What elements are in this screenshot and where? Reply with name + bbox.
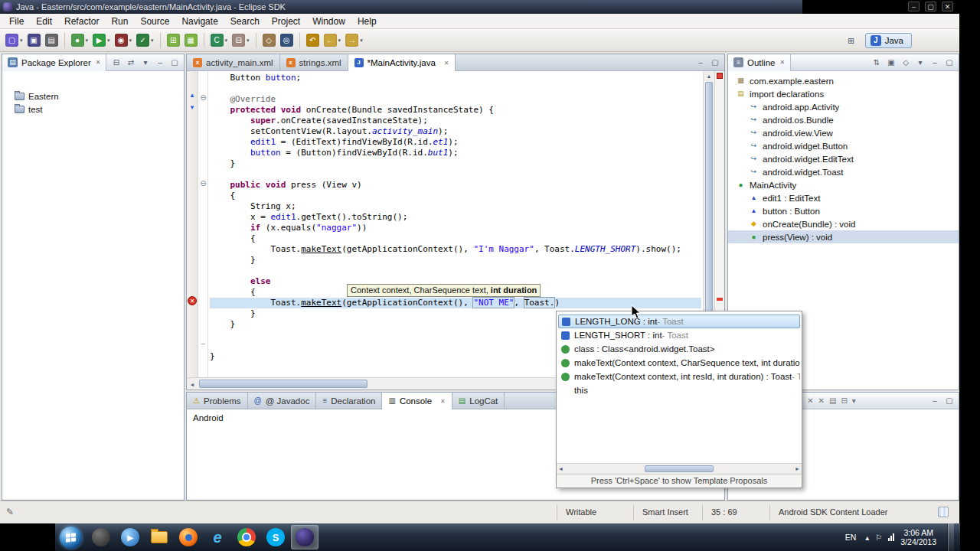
outline-item[interactable]: ●MainActivity xyxy=(728,178,959,191)
code-line[interactable]: Button button; xyxy=(210,73,701,83)
close-icon[interactable]: ✕ xyxy=(444,60,449,67)
close-icon[interactable]: ✕ xyxy=(440,398,446,405)
completion-item[interactable]: class : Class<android.widget.Toast> xyxy=(558,342,800,356)
clear-console-icon[interactable]: ▤ xyxy=(829,396,836,405)
outline-item[interactable]: ↪android.view.View xyxy=(728,126,959,139)
menu-search[interactable]: Search xyxy=(224,15,266,28)
minimize-icon[interactable]: – xyxy=(695,58,706,67)
completion-item[interactable]: LENGTH_SHORT : int - Toast xyxy=(558,328,800,342)
collapse-all-icon[interactable]: ⊟ xyxy=(111,58,122,67)
scrollbar-thumb[interactable] xyxy=(705,82,713,334)
media-player-taskbar-button[interactable]: ▶ xyxy=(116,525,144,549)
language-indicator[interactable]: EN xyxy=(842,531,860,543)
external-tools-button[interactable]: ✓▾ xyxy=(135,32,155,49)
new-java-package-button[interactable]: ⊟▾ xyxy=(230,32,251,49)
view-tab-declaration[interactable]: ≡Declaration xyxy=(316,393,382,409)
annotation-ruler[interactable]: ▲ ▼ ✕ xyxy=(187,71,198,377)
menu-project[interactable]: Project xyxy=(266,15,306,28)
outline-item[interactable]: ↪android.app.Activity xyxy=(728,100,959,113)
scroll-up-icon[interactable]: ▲ xyxy=(704,71,714,81)
internet-explorer-taskbar-button[interactable]: e xyxy=(204,525,231,549)
code-line[interactable]: { xyxy=(210,191,701,201)
last-edit-location-button[interactable]: ↶ xyxy=(305,32,321,49)
title-bar[interactable]: Java - Eastern/src/com/example/eastern/M… xyxy=(0,0,959,14)
minimize-button[interactable]: – xyxy=(908,2,920,11)
outline-item[interactable]: ▩com.example.eastern xyxy=(728,74,959,87)
outline-item[interactable]: ▲button : Button xyxy=(728,204,959,217)
hide-static-icon[interactable]: ◇ xyxy=(900,58,911,67)
code-line[interactable]: String x; xyxy=(210,201,701,212)
package-explorer-tab[interactable]: ▤ Package Explorer ✕ xyxy=(2,54,106,71)
close-icon[interactable]: ✕ xyxy=(779,59,785,66)
save-button[interactable]: ▣ xyxy=(26,32,42,49)
code-line[interactable]: x = edit1.getText().toString(); xyxy=(210,212,701,223)
network-icon[interactable] xyxy=(888,533,894,541)
android-sdk-manager-button[interactable]: ⊞ xyxy=(165,32,181,49)
editor-tab[interactable]: J*MainActivity.java✕ xyxy=(348,54,456,71)
new-wizard-button[interactable]: ▢▾ xyxy=(4,32,24,49)
code-line[interactable]: if (x.equals("naggar")) xyxy=(210,223,701,233)
run-history-button[interactable]: ◉▾ xyxy=(113,32,134,49)
hidden-icons-button[interactable]: ▴ xyxy=(865,533,869,542)
java-perspective-button[interactable]: J Java xyxy=(865,33,912,48)
code-line[interactable]: } xyxy=(210,255,701,266)
view-tab-javadoc[interactable]: @@ Javadoc xyxy=(248,393,317,409)
outline-item[interactable]: ↪android.os.Bundle xyxy=(728,113,959,126)
code-line[interactable] xyxy=(210,169,701,180)
start-button[interactable] xyxy=(60,527,82,549)
view-tab-console[interactable]: ▥Console✕ xyxy=(382,393,452,409)
maximize-icon[interactable]: ▢ xyxy=(169,58,180,67)
code-line[interactable] xyxy=(210,83,701,94)
code-line[interactable]: public void press (View v) xyxy=(210,180,701,191)
outline-item[interactable]: ▲edit1 : EditText xyxy=(728,191,959,204)
open-type-button[interactable]: ◇ xyxy=(261,32,277,49)
scrollbar-thumb[interactable] xyxy=(199,380,368,388)
error-position-marker[interactable] xyxy=(717,298,723,301)
open-perspective-button[interactable]: ⊞ xyxy=(844,34,858,47)
folding-column[interactable]: ⊖⊖− xyxy=(198,71,208,377)
code-line[interactable]: Toast.makeText(getApplicationContext(), … xyxy=(210,298,701,308)
completion-item[interactable]: makeText(Context context, int resId, int… xyxy=(558,370,800,383)
scroll-left-icon[interactable]: ◄ xyxy=(187,379,198,389)
close-button[interactable]: ✕ xyxy=(942,2,953,11)
scroll-left-icon[interactable]: ◄ xyxy=(558,466,564,471)
outline-item[interactable]: ▤import declarations xyxy=(728,87,959,100)
debug-button[interactable]: ●▾ xyxy=(70,32,90,49)
maximize-icon[interactable]: ▢ xyxy=(944,396,955,405)
menu-edit[interactable]: Edit xyxy=(30,15,58,28)
code-line[interactable]: button = (Button)findViewById(R.id.but1)… xyxy=(210,148,701,158)
project-item[interactable]: test xyxy=(2,103,184,116)
editor-tab[interactable]: xstrings.xml xyxy=(280,54,348,71)
fold-marker-icon[interactable]: − xyxy=(199,340,207,348)
error-marker-icon[interactable]: ✕ xyxy=(188,296,197,305)
maximize-button[interactable]: ▢ xyxy=(925,2,936,11)
back-button[interactable]: ←▾ xyxy=(322,32,343,49)
view-tab-problems[interactable]: ⚠Problems xyxy=(187,393,248,409)
outline-item[interactable]: ●press(View) : void xyxy=(728,230,959,243)
fold-marker-icon[interactable]: ⊖ xyxy=(199,93,207,102)
minimize-icon[interactable]: – xyxy=(155,58,165,67)
print-button[interactable]: ▤ xyxy=(44,32,60,49)
view-tab-logcat[interactable]: ▤LogCat xyxy=(452,393,505,409)
code-line[interactable]: } xyxy=(210,158,701,169)
show-desktop-button[interactable] xyxy=(947,523,954,551)
firefox-taskbar-button[interactable] xyxy=(175,525,202,549)
outline-tab[interactable]: ≡ Outline ✕ xyxy=(728,54,791,71)
completion-item[interactable]: LENGTH_LONG : int - Toast xyxy=(558,315,800,328)
remove-launch-icon[interactable]: ✕ xyxy=(807,396,813,405)
new-java-class-button[interactable]: C▾ xyxy=(209,32,230,49)
menu-help[interactable]: Help xyxy=(351,15,383,28)
progress-view-icon[interactable] xyxy=(938,507,949,517)
outline-item[interactable]: ◆onCreate(Bundle) : void xyxy=(728,217,959,230)
pin-console-icon[interactable]: ▾ xyxy=(852,396,856,405)
content-assist-scrollbar[interactable]: ◄ ► xyxy=(557,463,802,474)
code-line[interactable] xyxy=(210,266,701,276)
menu-run[interactable]: Run xyxy=(105,15,134,28)
menu-source[interactable]: Source xyxy=(134,15,175,28)
completion-item[interactable]: makeText(Context context, CharSequence t… xyxy=(558,356,800,370)
app-dark-taskbar-button[interactable] xyxy=(87,525,115,549)
minimize-icon[interactable]: – xyxy=(929,396,940,405)
code-line[interactable]: { xyxy=(210,233,701,244)
view-menu-icon[interactable]: ▾ xyxy=(140,58,151,67)
code-line[interactable]: setContentView(R.layout.activity_main); xyxy=(210,126,701,137)
